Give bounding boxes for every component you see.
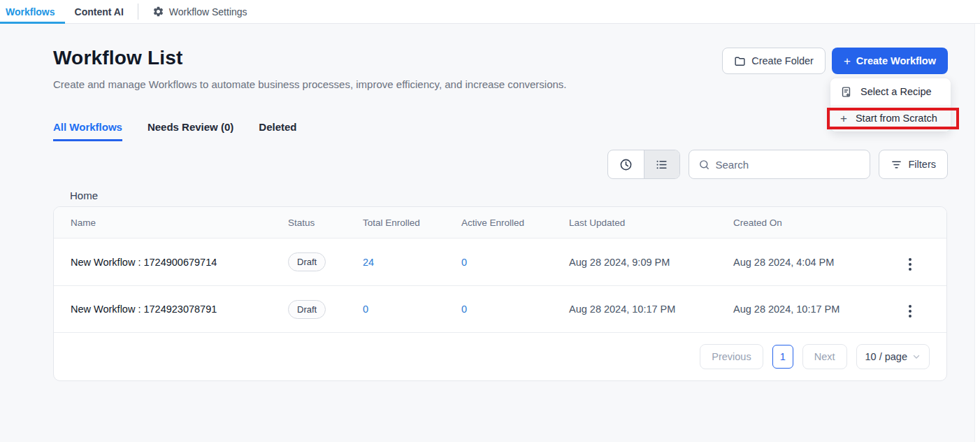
created-on-value: Aug 28 2024, 4:04 PM (733, 257, 880, 268)
table-row: New Workflow : 1724923078791 Draft 0 0 A… (54, 285, 946, 332)
tab-all-workflows[interactable]: All Workflows (53, 121, 122, 141)
workflow-name-link[interactable]: New Workflow : 1724923078791 (71, 304, 288, 315)
page-description: Create and manage Workflows to automate … (53, 76, 567, 93)
tab-needs-review[interactable]: Needs Review (0) (147, 121, 233, 141)
table-row: New Workflow : 1724900679714 Draft 24 0 … (54, 238, 946, 285)
nav-tab-workflows[interactable]: Workflows (0, 0, 65, 23)
create-folder-button[interactable]: Create Folder (722, 48, 826, 74)
nav-content-ai-label: Content AI (75, 6, 124, 17)
nav-tab-content-ai[interactable]: Content AI (65, 0, 134, 23)
nav-divider (138, 3, 138, 20)
table-header-row: Name Status Total Enrolled Active Enroll… (54, 207, 946, 238)
pagination: Previous 1 Next 10 / page (54, 332, 946, 380)
header-actions: Create Folder + Create Workflow (722, 48, 948, 74)
filters-button[interactable]: Filters (879, 150, 948, 179)
last-updated-value: Aug 28 2024, 10:17 PM (569, 304, 733, 315)
search-box (689, 150, 870, 179)
status-badge: Draft (288, 300, 326, 319)
create-workflow-menu: Select a Recipe + Start from Scratch (830, 78, 951, 131)
kebab-menu-icon[interactable] (906, 302, 914, 320)
menu-item-label: Start from Scratch (856, 113, 937, 124)
filter-icon (891, 159, 902, 171)
history-view-button[interactable] (608, 150, 644, 178)
tab-deleted[interactable]: Deleted (259, 121, 296, 141)
column-header-name: Name (71, 218, 288, 228)
page-number-button[interactable]: 1 (772, 345, 793, 369)
row-actions-cell (880, 251, 946, 273)
list-toolbar: Filters (0, 150, 948, 179)
created-on-value: Aug 28 2024, 10:17 PM (733, 304, 880, 315)
plus-icon: + (844, 55, 851, 67)
page-size-label: 10 / page (865, 351, 907, 362)
search-icon (698, 159, 710, 171)
folder-icon (734, 55, 746, 67)
workflow-table-card: Name Status Total Enrolled Active Enroll… (53, 206, 947, 381)
status-badge: Draft (288, 252, 326, 271)
active-enrolled-link[interactable]: 0 (461, 304, 569, 315)
status-cell: Draft (288, 252, 363, 271)
column-header-status: Status (288, 218, 363, 228)
total-enrolled-link[interactable]: 0 (363, 304, 461, 315)
view-toggle-group (607, 150, 680, 179)
page-header-text: Workflow List Create and manage Workflow… (53, 47, 567, 93)
create-workflow-label: Create Workflow (856, 55, 936, 66)
list-icon (655, 158, 668, 171)
column-header-created-on: Created On (733, 218, 880, 228)
column-header-active-enrolled: Active Enrolled (461, 218, 569, 228)
create-workflow-button[interactable]: + Create Workflow (832, 48, 948, 74)
nav-workflows-label: Workflows (6, 6, 55, 17)
plus-icon: + (840, 113, 847, 124)
create-folder-label: Create Folder (751, 55, 814, 66)
menu-item-select-a-recipe[interactable]: Select a Recipe (830, 78, 951, 105)
previous-page-button[interactable]: Previous (700, 344, 763, 369)
recipe-icon (840, 86, 852, 98)
active-enrolled-link[interactable]: 0 (461, 257, 569, 268)
last-updated-value: Aug 28 2024, 9:09 PM (569, 257, 733, 268)
workflow-name-link[interactable]: New Workflow : 1724900679714 (71, 257, 288, 268)
list-view-button[interactable] (644, 150, 679, 178)
menu-item-start-from-scratch[interactable]: + Start from Scratch (830, 105, 951, 131)
top-nav: Workflows Content AI Workflow Settings (0, 0, 980, 24)
clock-icon (619, 158, 633, 171)
filters-label: Filters (909, 159, 936, 170)
search-input[interactable] (716, 159, 860, 171)
kebab-menu-icon[interactable] (906, 255, 914, 273)
total-enrolled-link[interactable]: 24 (363, 257, 461, 268)
page-title: Workflow List (53, 47, 567, 69)
menu-item-label: Select a Recipe (860, 86, 932, 97)
next-page-button[interactable]: Next (802, 344, 847, 369)
gear-icon (152, 6, 164, 17)
nav-tab-workflow-settings[interactable]: Workflow Settings (143, 0, 257, 23)
page-size-select[interactable]: 10 / page (856, 344, 930, 369)
breadcrumb[interactable]: Home (70, 190, 980, 201)
nav-workflow-settings-label: Workflow Settings (169, 6, 247, 17)
column-header-last-updated: Last Updated (569, 218, 733, 228)
chevron-down-icon (912, 352, 921, 361)
scrollbar-track[interactable] (974, 24, 980, 442)
column-header-total-enrolled: Total Enrolled (363, 218, 461, 228)
row-actions-cell (880, 298, 946, 320)
status-cell: Draft (288, 300, 363, 319)
